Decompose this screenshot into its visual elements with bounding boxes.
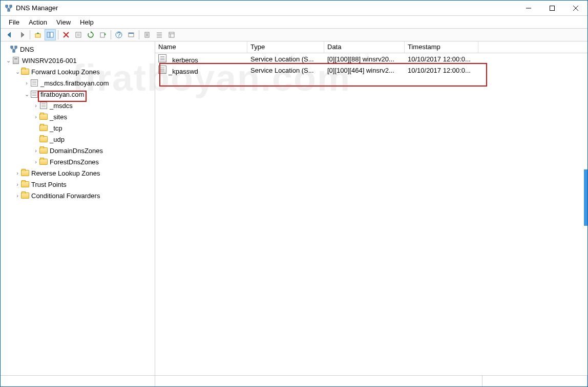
svg-rect-15 xyxy=(11,46,13,48)
folder-icon xyxy=(21,191,29,200)
maximize-button[interactable] xyxy=(540,1,564,15)
column-type[interactable]: Type xyxy=(247,41,324,53)
column-name[interactable]: Name xyxy=(155,41,247,53)
window-title: DNS Manager xyxy=(16,4,517,12)
tree-label: _msdcs.firatboyan.com xyxy=(40,79,109,87)
svg-rect-3 xyxy=(550,6,555,10)
expand-icon[interactable]: › xyxy=(23,80,30,86)
menu-file[interactable]: File xyxy=(5,17,24,27)
titlebar: DNS Manager xyxy=(1,1,587,16)
expand-icon[interactable]: › xyxy=(32,147,39,154)
minimize-button[interactable] xyxy=(517,1,540,15)
folder-icon xyxy=(21,169,29,177)
record-row[interactable]: _kpasswdService Location (S...[0][100][4… xyxy=(155,64,587,76)
menu-help[interactable]: Help xyxy=(76,17,98,27)
record-type: Service Location (S... xyxy=(247,67,324,74)
record-name: _kpasswd xyxy=(169,68,198,75)
svg-rect-6 xyxy=(50,32,53,37)
back-button[interactable] xyxy=(4,29,15,40)
dns-icon xyxy=(10,45,18,53)
svg-rect-5 xyxy=(47,32,50,37)
tree-label: Trust Points xyxy=(31,181,67,188)
menu-view[interactable]: View xyxy=(52,17,75,27)
zone-icon xyxy=(39,101,48,110)
expand-icon[interactable]: › xyxy=(32,159,39,165)
tree-label: Reverse Lookup Zones xyxy=(31,169,100,177)
tree-server[interactable]: ⌄ WINSRV2016-001 xyxy=(1,55,155,66)
tree-root-dns[interactable]: DNS xyxy=(1,44,155,55)
column-data[interactable]: Data xyxy=(324,41,405,53)
up-button[interactable] xyxy=(32,29,44,40)
svg-text:?: ? xyxy=(117,31,120,38)
expand-icon[interactable]: › xyxy=(14,181,21,187)
tree-reverse-lookup-zones[interactable]: › Reverse Lookup Zones xyxy=(1,167,155,179)
expand-icon[interactable]: › xyxy=(14,192,21,199)
tree-sites[interactable]: › _sites xyxy=(1,111,155,122)
list-button[interactable] xyxy=(154,29,165,40)
svg-rect-17 xyxy=(13,50,15,52)
tree-zone-main[interactable]: ⌄ firatboyan.com xyxy=(1,89,155,100)
toolbar-separator xyxy=(58,30,58,39)
folder-icon xyxy=(39,158,48,166)
expand-icon[interactable]: › xyxy=(32,102,39,109)
detail-button[interactable] xyxy=(166,29,177,40)
expand-icon[interactable]: › xyxy=(14,170,21,176)
tree-label: Conditional Forwarders xyxy=(31,192,100,200)
tree-domaindnszones[interactable]: › DomainDnsZones xyxy=(1,145,155,156)
record-data: [0][100][88] winsrv20... xyxy=(324,55,405,63)
tree-conditional-forwarders[interactable]: › Conditional Forwarders xyxy=(1,190,155,201)
menu-action[interactable]: Action xyxy=(25,17,51,27)
toolbar-separator xyxy=(139,30,139,39)
export-button[interactable] xyxy=(97,29,109,40)
tree-pane[interactable]: DNS ⌄ WINSRV2016-001 ⌄ Forward Lookup Zo… xyxy=(1,41,155,375)
tree-forward-lookup-zones[interactable]: ⌄ Forward Lookup Zones xyxy=(1,66,155,77)
tree-trust-points[interactable]: › Trust Points xyxy=(1,179,155,190)
properties-button[interactable] xyxy=(73,29,84,40)
delete-button[interactable] xyxy=(60,29,72,40)
expand-icon[interactable]: › xyxy=(32,114,39,120)
filter-button[interactable] xyxy=(141,29,153,40)
svg-rect-1 xyxy=(10,5,12,7)
tree-msdcs[interactable]: › _msdcs xyxy=(1,100,155,111)
record-timestamp: 10/10/2017 12:00:0... xyxy=(405,55,478,63)
app-icon xyxy=(5,4,13,12)
expand-icon xyxy=(32,125,39,131)
svg-rect-4 xyxy=(35,34,40,37)
statusbar xyxy=(1,375,587,386)
forward-button[interactable] xyxy=(16,29,28,40)
record-timestamp: 10/10/2017 12:00:0... xyxy=(405,67,478,74)
record-type: Service Location (S... xyxy=(247,55,324,63)
tree-label: _udp xyxy=(50,136,65,143)
new-window-button[interactable] xyxy=(125,29,137,40)
tree-tcp[interactable]: _tcp xyxy=(1,122,155,134)
collapse-icon[interactable]: ⌄ xyxy=(23,91,30,98)
tree-label: DNS xyxy=(20,46,34,53)
scrollbar-thumb[interactable] xyxy=(584,169,588,226)
record-icon xyxy=(158,66,166,74)
list-rows[interactable]: _kerberosService Location (S...[0][100][… xyxy=(155,53,587,375)
folder-icon xyxy=(39,135,48,143)
folder-icon xyxy=(39,113,48,121)
collapse-icon[interactable]: ⌄ xyxy=(14,69,21,75)
tree-zone-msdcs[interactable]: › _msdcs.firatboyan.com xyxy=(1,77,155,89)
close-button[interactable] xyxy=(564,1,587,15)
help-button[interactable]: ? xyxy=(113,29,124,40)
folder-icon xyxy=(21,68,29,76)
svg-rect-2 xyxy=(8,9,10,11)
server-icon xyxy=(12,56,20,64)
record-icon xyxy=(158,54,166,62)
show-hide-tree-button[interactable] xyxy=(45,29,56,40)
expand-icon xyxy=(32,136,39,142)
svg-rect-0 xyxy=(6,5,8,7)
svg-rect-16 xyxy=(15,46,17,48)
tree-udp[interactable]: _udp xyxy=(1,134,155,145)
collapse-icon[interactable]: ⌄ xyxy=(5,57,12,64)
column-timestamp[interactable]: Timestamp xyxy=(405,41,478,53)
record-data: [0][100][464] winsrv2... xyxy=(324,67,405,74)
toolbar-separator xyxy=(111,30,111,39)
record-row[interactable]: _kerberosService Location (S...[0][100][… xyxy=(155,53,587,64)
tree-label: Forward Lookup Zones xyxy=(31,68,100,76)
tree-forestdnszones[interactable]: › ForestDnsZones xyxy=(1,156,155,167)
refresh-button[interactable] xyxy=(85,29,96,40)
toolbar-separator xyxy=(30,30,30,39)
